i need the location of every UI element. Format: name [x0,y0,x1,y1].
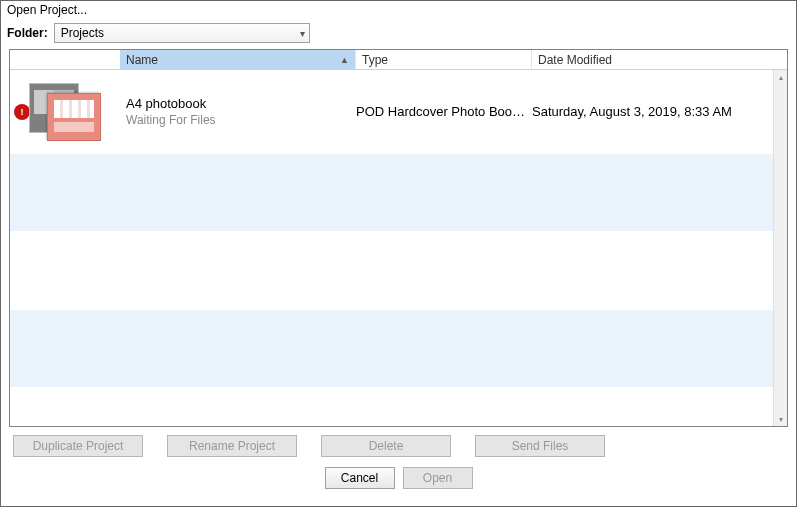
action-row: Duplicate Project Rename Project Delete … [1,427,796,461]
table-row [10,154,773,232]
duplicate-project-button[interactable]: Duplicate Project [13,435,143,457]
cancel-button[interactable]: Cancel [325,467,395,489]
date-cell: Saturday, August 3, 2019, 8:33 AM [532,104,773,119]
name-cell: A4 photobook Waiting For Files [120,96,356,127]
folder-row: Folder: Projects ▾ [1,21,796,49]
column-name[interactable]: Name ▲ [120,50,356,69]
table-row[interactable]: ! A4 photobook Waiting For Files POD Har… [10,70,773,154]
open-button[interactable]: Open [403,467,473,489]
scroll-up-icon[interactable]: ▴ [774,70,788,84]
column-date-label: Date Modified [538,53,612,67]
folder-label: Folder: [7,26,48,40]
thumbnail-cell: ! [10,70,120,153]
list-header: Name ▲ Type Date Modified [10,50,787,70]
column-type-label: Type [362,53,388,67]
sort-asc-icon: ▲ [340,55,349,65]
type-cell: POD Hardcover Photo Book, A... [356,104,532,119]
chevron-down-icon: ▾ [300,28,305,39]
delete-button[interactable]: Delete [321,435,451,457]
column-name-label: Name [126,53,158,67]
project-name: A4 photobook [126,96,356,111]
rename-project-button[interactable]: Rename Project [167,435,297,457]
list-body: ! A4 photobook Waiting For Files POD Har… [10,70,773,426]
send-files-button[interactable]: Send Files [475,435,605,457]
vertical-scrollbar[interactable]: ▴ ▾ [773,70,787,426]
column-date[interactable]: Date Modified [532,50,787,69]
column-thumbnail[interactable] [10,50,120,69]
warning-badge-icon: ! [14,104,30,120]
column-type[interactable]: Type [356,50,532,69]
window-title: Open Project... [1,1,796,21]
footer-row: Cancel Open [1,461,796,495]
project-thumbnail [29,83,101,141]
folder-selected: Projects [61,26,104,40]
table-row [10,310,773,388]
folder-dropdown[interactable]: Projects ▾ [54,23,310,43]
project-list: Name ▲ Type Date Modified ! A4 photobook… [9,49,788,427]
scroll-down-icon[interactable]: ▾ [774,412,788,426]
table-row [10,232,773,310]
project-status: Waiting For Files [126,113,356,127]
